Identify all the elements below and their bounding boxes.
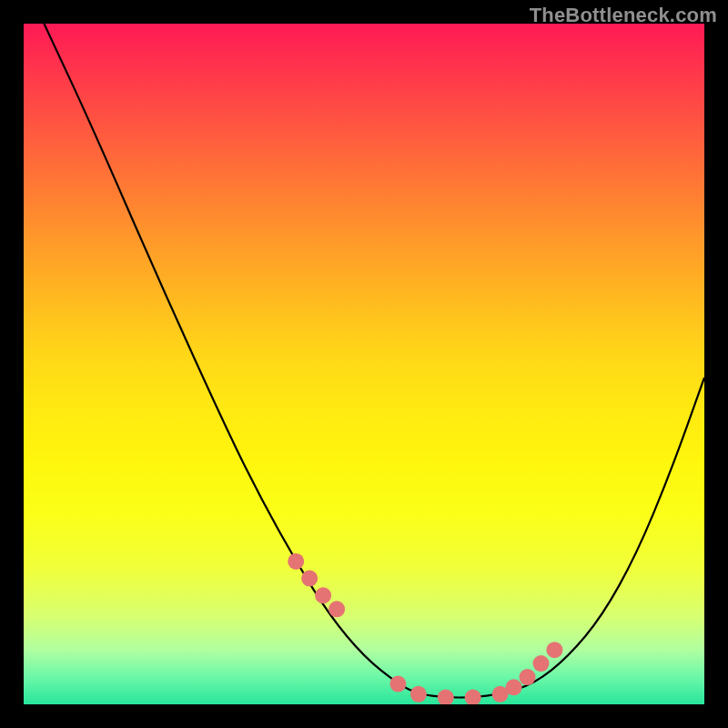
chart-svg xyxy=(24,24,704,704)
marker-dot xyxy=(520,669,536,685)
marker-dot xyxy=(389,676,406,693)
marker-dot xyxy=(315,587,331,603)
marker-dot xyxy=(410,686,427,703)
marker-dot xyxy=(329,601,345,617)
marker-dot xyxy=(465,690,481,704)
marker-dot xyxy=(438,690,454,704)
marker-group xyxy=(288,553,562,704)
marker-dot xyxy=(288,553,304,570)
marker-dot xyxy=(532,655,549,672)
plot-area xyxy=(24,24,704,704)
marker-dot xyxy=(506,679,522,695)
marker-dot xyxy=(546,642,562,658)
chart-frame: TheBottleneck.com xyxy=(0,0,728,728)
curve-line xyxy=(44,24,704,698)
marker-dot xyxy=(301,571,318,587)
